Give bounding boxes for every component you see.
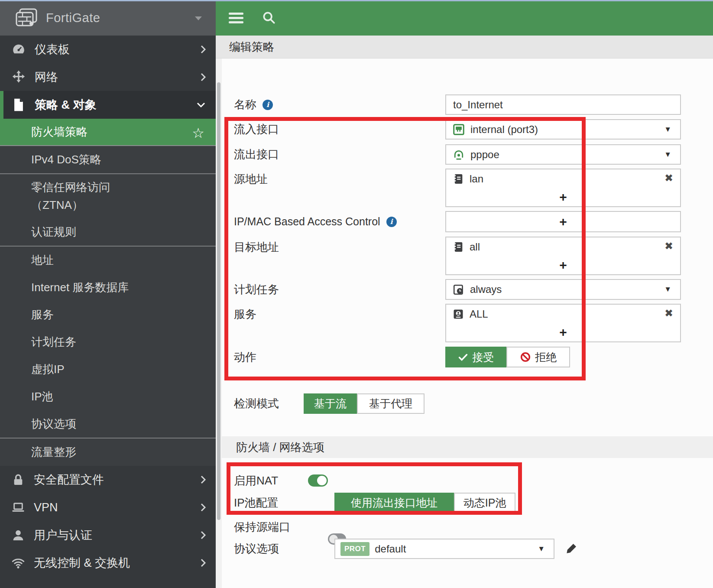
sidebar-subitem-internet-service-db[interactable]: Internet 服务数据库 (0, 274, 216, 301)
outgoing-interface-label: 流出接口 (234, 144, 279, 165)
sidebar-item-vpn[interactable]: VPN (0, 494, 216, 521)
schedule-select[interactable]: always ▼ (445, 279, 681, 300)
sidebar-subitem-traffic-shaping[interactable]: 流量整形 (0, 439, 216, 466)
deny-icon (520, 351, 531, 363)
info-icon[interactable]: i (386, 217, 397, 227)
sidebar-item-network[interactable]: 网络 (0, 63, 216, 91)
ip-pool-config-label: IP池配置 (234, 493, 279, 513)
outgoing-interface-select[interactable]: pppoe ▼ (445, 144, 681, 165)
deny-button[interactable]: 拒绝 (506, 347, 570, 367)
scrollbar-thumb[interactable] (217, 82, 220, 520)
chevron-right-icon (200, 72, 206, 82)
service-label: 服务 (234, 307, 256, 322)
sidebar-item-security-profiles[interactable]: 安全配置文件 (0, 466, 216, 494)
source-address-entry[interactable]: lan ✖ (446, 169, 680, 188)
top-navbar (216, 0, 713, 36)
protocol-options-label: 协议选项 (234, 539, 279, 559)
inspection-mode-label: 检测模式 (234, 393, 279, 414)
remove-icon[interactable]: ✖ (664, 173, 673, 183)
sidebar-subitem-services[interactable]: 服务 (0, 301, 216, 328)
address-book-icon (452, 173, 464, 185)
nat-toggle[interactable] (308, 474, 328, 487)
dropdown-caret-icon[interactable]: ▼ (664, 150, 671, 159)
main-pane: 编辑策略 名称 i 流入接口 internal (port3) (216, 0, 713, 588)
add-ipmac-button[interactable]: + (559, 215, 567, 228)
sidebar-subitem-ztna[interactable]: 零信任网络访问（ZTNA） (0, 174, 216, 218)
sidebar-item-label: 策略 & 对象 (35, 97, 97, 113)
schedule-label: 计划任务 (234, 279, 279, 300)
sidebar-subitem-firewall-policy[interactable]: 防火墙策略 ☆ (0, 119, 216, 146)
sidebar-subitem-label: 防火墙策略 (31, 124, 88, 140)
chevron-down-icon (196, 102, 206, 108)
chevron-right-icon (200, 530, 206, 540)
section-title: 防火墙 / 网络选项 (236, 440, 324, 455)
sidebar-item-policy-objects[interactable]: 策略 & 对象 (0, 91, 216, 119)
wifi-icon (11, 556, 25, 570)
window-top-edge (0, 0, 713, 1)
scrollbar[interactable] (216, 58, 222, 588)
star-icon[interactable]: ☆ (192, 125, 204, 141)
remove-icon[interactable]: ✖ (664, 308, 673, 318)
chevron-right-icon (200, 502, 206, 513)
sidebar-item-label: 仪表板 (35, 42, 70, 57)
info-icon[interactable]: i (263, 100, 273, 110)
protocol-options-select[interactable]: PROT default ▼ (334, 539, 554, 559)
action-label: 动作 (234, 347, 256, 367)
proxy-based-button[interactable]: 基于代理 (357, 393, 425, 414)
sidebar-subitem-schedules[interactable]: 计划任务 (0, 328, 216, 356)
sidebar-nav: 仪表板 网络 策略 & 对象 (0, 36, 216, 577)
name-field (445, 94, 681, 115)
dynamic-ip-pool-button[interactable]: 动态IP池 (454, 493, 515, 513)
chevron-right-icon (200, 474, 206, 485)
sidebar-subitem-addresses[interactable]: 地址 (0, 247, 216, 274)
sidebar-subitem-ip-pools[interactable]: IP池 (0, 383, 216, 410)
service-entry[interactable]: ALL ✖ (446, 305, 680, 324)
laptop-icon (11, 500, 25, 514)
incoming-interface-label: 流入接口 (234, 119, 279, 140)
check-icon (458, 352, 468, 362)
add-service-button[interactable]: + (559, 326, 567, 339)
dropdown-caret-icon[interactable]: ▼ (664, 125, 671, 134)
brand-name: FortiGate (46, 11, 100, 25)
page-header: 编辑策略 (216, 36, 713, 58)
chevron-down-icon (195, 16, 202, 20)
flow-based-button[interactable]: 基于流 (304, 393, 357, 414)
incoming-interface-select[interactable]: internal (port3) ▼ (445, 119, 681, 140)
name-input[interactable] (446, 95, 680, 114)
search-icon[interactable] (262, 10, 276, 25)
sidebar-subitem-virtual-ips[interactable]: 虚拟IP (0, 356, 216, 383)
lock-icon (11, 473, 25, 487)
sidebar-item-wifi-switch[interactable]: 无线控制 & 交换机 (0, 549, 216, 577)
policy-document-icon (11, 97, 26, 112)
sidebar-subitem-ipv4-dos-policy[interactable]: IPv4 DoS策略 (0, 146, 216, 173)
sidebar-item-label: 网络 (35, 69, 58, 85)
add-destination-button[interactable]: + (559, 259, 567, 272)
sidebar-item-users-auth[interactable]: 用户与认证 (0, 521, 216, 549)
brand-header[interactable]: FortiGate (0, 0, 216, 36)
use-outgoing-interface-address-button[interactable]: 使用流出接口地址 (334, 493, 454, 513)
preserve-source-port-label: 保持源端口 (234, 521, 290, 533)
edit-policy-form: 名称 i 流入接口 internal (port3) ▼ 流出接口 (216, 58, 713, 588)
destination-address-entry[interactable]: all ✖ (446, 237, 680, 257)
sidebar-subitem-protocol-options[interactable]: 协议选项 (0, 410, 216, 438)
remove-icon[interactable]: ✖ (664, 241, 673, 251)
source-address-field: lan ✖ + (445, 169, 681, 207)
ipmac-access-field: + (445, 211, 681, 232)
address-book-icon (452, 241, 464, 253)
sidebar: FortiGate 仪表板 网络 (0, 0, 216, 588)
action-segment: 接受 拒绝 (445, 347, 570, 367)
accept-button[interactable]: 接受 (445, 347, 506, 367)
dropdown-caret-icon[interactable]: ▼ (538, 545, 545, 553)
chevron-right-icon (200, 558, 206, 568)
protocol-badge: PROT (340, 542, 369, 556)
pencil-icon[interactable] (565, 542, 578, 557)
sidebar-item-dashboard[interactable]: 仪表板 (0, 36, 216, 63)
enable-nat-label: 启用NAT (234, 474, 278, 487)
fortigate-logo-icon (15, 8, 39, 28)
menu-icon[interactable] (229, 10, 243, 26)
destination-address-label: 目标地址 (234, 240, 279, 255)
add-source-address-button[interactable]: + (559, 191, 567, 204)
sidebar-subitem-auth-rules[interactable]: 认证规则 (0, 218, 216, 246)
dropdown-caret-icon[interactable]: ▼ (664, 285, 671, 294)
destination-address-field: all ✖ + (445, 237, 681, 275)
